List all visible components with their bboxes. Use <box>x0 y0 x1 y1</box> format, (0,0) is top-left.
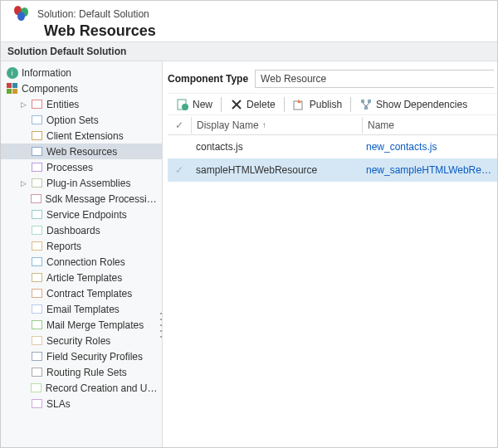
sidebar-item-plug-in-assemblies[interactable]: ▷Plug-in Assemblies <box>1 175 162 191</box>
grid-col-name[interactable]: Name <box>363 119 497 131</box>
sidebar-item-option-sets[interactable]: Option Sets <box>1 112 162 128</box>
publish-label: Publish <box>310 99 342 110</box>
svg-line-8 <box>363 103 366 106</box>
row-check[interactable]: ✓ <box>168 164 191 176</box>
expander-spacer <box>19 211 27 219</box>
sidebar-item-field-security-profiles[interactable]: Field Security Profiles <box>1 348 162 364</box>
expander-spacer <box>19 290 27 298</box>
expander-spacer <box>19 400 27 408</box>
sidebar-item-mail-merge-templates[interactable]: Mail Merge Templates <box>1 317 162 333</box>
sidebar-item-record-creation-and-upda[interactable]: Record Creation and Upda… <box>1 380 162 396</box>
page-title: Web Resources <box>44 22 156 40</box>
expander-icon[interactable]: ▷ <box>19 179 27 187</box>
table-row[interactable]: contacts.jsnew_contacts.js <box>168 135 497 158</box>
expander-spacer <box>19 163 27 172</box>
sidebar: i Information Components ▷EntitiesOption… <box>1 61 163 448</box>
grid-body: contacts.jsnew_contacts.js✓sampleHTMLWeb… <box>168 135 497 182</box>
show-dependencies-button[interactable]: Show Dependencies <box>351 95 476 113</box>
sidebar-item-label: Mail Merge Templates <box>46 319 144 331</box>
delete-label: Delete <box>247 99 276 110</box>
svg-rect-6 <box>368 100 371 103</box>
row-display-name: contacts.js <box>191 141 361 153</box>
sidebar-item-reports[interactable]: Reports <box>1 238 162 254</box>
header: Solution: Default Solution Web Resources <box>1 1 497 41</box>
expander-icon[interactable]: ▷ <box>19 100 27 109</box>
sidebar-item-security-roles[interactable]: Security Roles <box>1 333 162 348</box>
sidebar-item-email-templates[interactable]: Email Templates <box>1 301 162 317</box>
sidebar-item-label: Service Endpoints <box>46 209 127 221</box>
sidebar-item-client-extensions[interactable]: Client Extensions <box>1 128 162 144</box>
sidebar-item-processes[interactable]: Processes <box>1 159 162 175</box>
publish-button[interactable]: Publish <box>285 95 350 113</box>
sidebar-item-label: Reports <box>46 241 81 252</box>
mailmerge-icon <box>31 319 43 331</box>
sidebar-item-label: Field Security Profiles <box>46 351 143 363</box>
sort-asc-icon: ↑ <box>262 120 266 129</box>
expander-spacer <box>19 384 27 392</box>
component-type-select[interactable]: Web Resource <box>255 70 494 88</box>
dependencies-icon <box>359 98 372 110</box>
sidebar-item-contract-templates[interactable]: Contract Templates <box>1 285 162 301</box>
sidebar-components-label: Components <box>22 83 78 95</box>
expander-spacer <box>19 305 27 314</box>
expander-spacer <box>19 337 27 345</box>
sidebar-resize-grip[interactable] <box>159 310 163 340</box>
solution-line: Solution: Default Solution <box>37 8 149 20</box>
new-label: New <box>193 99 212 110</box>
expander-spacer <box>19 132 27 140</box>
sidebar-item-label: Email Templates <box>46 304 120 315</box>
sidebar-item-label: Record Creation and Upda… <box>46 382 159 394</box>
sidebar-item-sdk-message-processing-s[interactable]: Sdk Message Processing S… <box>1 191 162 207</box>
grid-col-display[interactable]: Display Name ↑ <box>192 119 362 131</box>
components-icon <box>6 82 18 95</box>
expander-spacer <box>19 321 27 329</box>
svg-line-9 <box>366 103 369 106</box>
show-dependencies-label: Show Dependencies <box>376 99 467 110</box>
sidebar-item-label: Processes <box>46 162 93 173</box>
fieldsec-icon <box>31 350 43 363</box>
grid-col-display-label: Display Name <box>197 119 259 131</box>
sidebar-information[interactable]: i Information <box>1 65 162 80</box>
toolbar: New Delete Publish Show Dependencies <box>168 93 497 115</box>
sidebar-item-slas[interactable]: SLAs <box>1 396 162 411</box>
sidebar-item-label: Plug-in Assemblies <box>46 178 130 189</box>
article-icon <box>31 271 43 284</box>
dashboard-icon <box>31 224 43 236</box>
sidebar-item-web-resources[interactable]: Web Resources <box>1 144 162 159</box>
sidebar-item-label: Sdk Message Processing S… <box>46 193 159 205</box>
sidebar-item-label: Security Roles <box>46 335 110 347</box>
table-row[interactable]: ✓sampleHTMLWebResourcenew_sampleHTMLWebR… <box>168 158 497 182</box>
sidebar-item-entities[interactable]: ▷Entities <box>1 96 162 112</box>
delete-icon <box>230 98 242 110</box>
report-icon <box>31 240 43 252</box>
sdk-icon <box>30 192 42 205</box>
row-name-link[interactable]: new_contacts.js <box>361 141 497 153</box>
sidebar-components[interactable]: Components <box>1 80 162 96</box>
solution-bar: Solution Default Solution <box>1 41 497 61</box>
solution-app-icon <box>12 4 32 24</box>
expander-spacer <box>19 274 27 282</box>
endpoint-icon <box>31 208 43 221</box>
new-button[interactable]: New <box>168 95 221 113</box>
sidebar-item-label: Routing Rule Sets <box>46 367 127 378</box>
sidebar-item-label: Article Templates <box>46 272 122 284</box>
sidebar-item-label: Client Extensions <box>46 130 124 142</box>
new-icon <box>176 98 188 110</box>
sla-icon <box>31 397 43 410</box>
row-name-link[interactable]: new_sampleHTMLWebRes… <box>361 164 497 176</box>
info-icon: i <box>6 66 18 79</box>
delete-button[interactable]: Delete <box>222 95 284 113</box>
grid-checkall[interactable]: ✓ <box>168 119 191 131</box>
expander-spacer <box>19 116 27 124</box>
sidebar-item-connection-roles[interactable]: Connection Roles <box>1 254 162 270</box>
sidebar-item-routing-rule-sets[interactable]: Routing Rule Sets <box>1 364 162 380</box>
process-icon <box>31 161 43 173</box>
sidebar-item-service-endpoints[interactable]: Service Endpoints <box>1 207 162 222</box>
content-pane: Component Type Web Resource New Delete P… <box>163 61 497 448</box>
svg-rect-7 <box>364 106 368 110</box>
sidebar-item-dashboards[interactable]: Dashboards <box>1 222 162 238</box>
entity-icon <box>31 98 43 110</box>
expander-spacer <box>19 148 27 156</box>
expander-spacer <box>19 195 27 203</box>
sidebar-item-article-templates[interactable]: Article Templates <box>1 270 162 285</box>
